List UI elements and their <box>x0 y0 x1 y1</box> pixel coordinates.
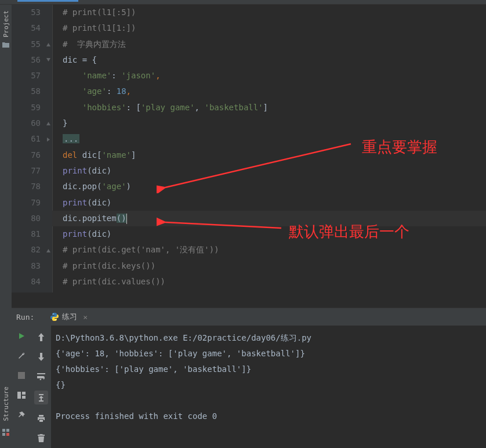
code-line[interactable]: dic.pop('age') <box>52 179 486 194</box>
fold-marker-icon[interactable] <box>45 136 51 142</box>
code-line[interactable]: 'name': 'jason', <box>52 68 486 84</box>
line-number: 76 <box>12 147 52 163</box>
line-number: 77 <box>12 163 52 179</box>
close-icon[interactable]: × <box>83 313 88 321</box>
line-number: 55 <box>12 37 52 52</box>
pin-button[interactable] <box>16 409 27 421</box>
svg-rect-0 <box>2 429 5 432</box>
fold-marker-icon[interactable] <box>45 41 51 47</box>
run-toolbar-left <box>12 326 31 448</box>
fold-marker-icon[interactable] <box>45 121 51 127</box>
python-icon <box>50 313 59 321</box>
svg-rect-12 <box>22 392 26 395</box>
run-config-tab[interactable]: 练习 × <box>46 309 92 324</box>
svg-rect-13 <box>22 396 26 399</box>
line-number: 80 <box>12 211 52 226</box>
line-number: 54 <box>12 20 52 36</box>
annotation-label-1: 重点要掌握 <box>362 137 437 157</box>
run-label: Run: <box>16 313 34 321</box>
svg-rect-1 <box>6 429 9 432</box>
console-line: {'age': 18, 'hobbies': ['play game', 'ba… <box>56 346 481 362</box>
run-toolbar-right <box>31 326 51 448</box>
line-number: 79 <box>12 195 52 211</box>
layout-button[interactable] <box>16 389 27 401</box>
fold-marker-icon[interactable] <box>45 57 51 63</box>
svg-point-8 <box>53 313 54 314</box>
code-line[interactable]: # print(dic.keys()) <box>52 258 486 274</box>
annotation-label-2: 默认弹出最后一个 <box>289 222 409 242</box>
code-line[interactable]: # 字典内置方法 <box>52 37 486 52</box>
code-line[interactable]: print(dic) <box>52 195 486 211</box>
trash-button[interactable] <box>35 432 47 444</box>
line-number: 84 <box>12 274 52 290</box>
console-line: D:\Python3.6.8\python.exe E:/02practice/… <box>56 330 481 346</box>
code-line[interactable]: dic = { <box>52 52 486 68</box>
folder-icon[interactable] <box>2 41 10 49</box>
code-line[interactable]: } <box>52 115 486 131</box>
scroll-to-end-button[interactable] <box>34 391 48 404</box>
svg-rect-3 <box>6 433 9 436</box>
svg-rect-2 <box>2 433 5 436</box>
code-line[interactable]: dic.popitem() <box>52 211 486 226</box>
code-line[interactable]: 'hobbies': ['play game', 'basketball'] <box>52 100 486 115</box>
line-number: 58 <box>12 84 52 99</box>
run-panel-header: Run: 练习 × <box>12 308 486 326</box>
editor-tab-bar <box>0 0 486 5</box>
line-number: 60 <box>12 115 52 131</box>
code-editor[interactable]: 535455565758596061767778798081828384 # p… <box>12 5 486 292</box>
structure-icon[interactable] <box>2 428 10 436</box>
svg-point-9 <box>56 319 56 320</box>
stop-button[interactable] <box>16 370 27 381</box>
fold-marker-icon[interactable] <box>45 247 51 253</box>
soft-wrap-button[interactable] <box>35 371 47 382</box>
code-line[interactable]: print(dic) <box>52 226 486 242</box>
line-number: 83 <box>12 258 52 274</box>
down-arrow-button[interactable] <box>35 351 47 363</box>
line-number: 61 <box>12 131 52 147</box>
line-number-gutter: 535455565758596061767778798081828384 <box>12 5 52 292</box>
console-line: {} <box>56 377 481 393</box>
run-panel-body: D:\Python3.6.8\python.exe E:/02practice/… <box>12 326 486 448</box>
project-tool-label[interactable]: Project <box>2 10 10 37</box>
console-line: {'hobbies': ['play game', 'basketball']} <box>56 362 481 377</box>
line-number: 56 <box>12 52 52 68</box>
console-line: Process finished with exit code 0 <box>56 409 481 424</box>
svg-rect-10 <box>18 372 25 379</box>
code-line[interactable]: # print(l1[1:]) <box>52 20 486 36</box>
left-tool-sidebar: Project Structure <box>0 5 12 448</box>
up-arrow-button[interactable] <box>35 331 47 343</box>
run-tab-label: 练习 <box>62 312 77 322</box>
line-number: 82 <box>12 242 52 258</box>
line-number: 78 <box>12 179 52 194</box>
line-number: 59 <box>12 100 52 115</box>
wrench-button[interactable] <box>16 350 27 362</box>
print-button[interactable] <box>35 413 47 424</box>
line-number: 57 <box>12 68 52 84</box>
code-line[interactable]: # print(dic.values()) <box>52 274 486 290</box>
code-line[interactable]: # print(dic.get('nam', '没有值')) <box>52 242 486 258</box>
active-tab-indicator <box>17 0 78 2</box>
svg-rect-11 <box>17 392 21 399</box>
code-line[interactable]: # print(l1[:5]) <box>52 5 486 20</box>
rerun-button[interactable] <box>16 330 27 342</box>
line-number: 81 <box>12 226 52 242</box>
console-line <box>56 393 481 409</box>
line-number: 53 <box>12 5 52 20</box>
run-tool-window: Run: 练习 × <box>12 308 486 448</box>
code-line[interactable]: print(dic) <box>52 163 486 179</box>
console-output[interactable]: D:\Python3.6.8\python.exe E:/02practice/… <box>51 326 486 448</box>
code-line[interactable]: 'age': 18, <box>52 84 486 99</box>
structure-tool-label[interactable]: Structure <box>2 386 10 421</box>
